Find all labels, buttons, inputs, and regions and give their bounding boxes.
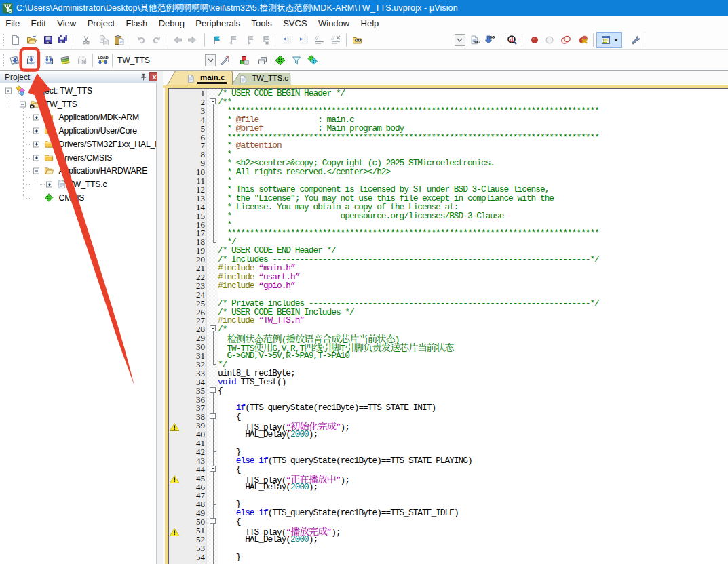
fold-collapse-icon[interactable] — [210, 518, 216, 524]
comment-selection-button[interactable]: // — [311, 32, 328, 48]
bookmark-clear-icon — [260, 35, 271, 45]
tree-item-drivers-cmsis[interactable]: Drivers/CMSIS — [0, 151, 156, 165]
target-select-value[interactable]: TW_TTS — [117, 50, 150, 70]
fold-collapse-icon[interactable] — [210, 98, 216, 104]
tree-item-application-user-core[interactable]: Application/User/Core — [0, 124, 156, 138]
copy-button[interactable] — [95, 32, 111, 48]
manage-rte-button[interactable] — [272, 52, 288, 68]
translate-icon — [9, 55, 20, 66]
expand-icon[interactable] — [46, 182, 52, 188]
incremental-find-button[interactable] — [481, 32, 497, 48]
menu-flash[interactable]: Flash — [120, 16, 153, 30]
cut-button[interactable] — [78, 32, 94, 48]
clear-bookmarks-button[interactable] — [257, 32, 273, 48]
tree-item-tw-tts[interactable]: TW_TTS — [0, 98, 156, 111]
pin-icon[interactable] — [139, 73, 148, 81]
pack-installer-button[interactable] — [305, 52, 321, 68]
tab-main-c[interactable]: main.c — [200, 73, 225, 81]
nav-back-icon — [172, 35, 183, 45]
find-in-files-dialog-button[interactable] — [349, 32, 366, 48]
menu-debug[interactable]: Debug — [153, 16, 190, 30]
enable-breakpoint-button[interactable] — [541, 32, 558, 48]
build-button[interactable] — [23, 52, 39, 68]
menu-project[interactable]: Project — [81, 16, 120, 30]
menu-peripherals[interactable]: Peripherals — [190, 16, 246, 30]
rte-icon — [275, 55, 286, 66]
menu-file[interactable]: File — [0, 16, 25, 30]
stop-build-button[interactable] — [74, 52, 90, 68]
menu-svcs[interactable]: SVCS — [277, 16, 313, 30]
target-select-dropdown[interactable] — [205, 54, 216, 66]
tree-item-application-mdk-arm[interactable]: Application/MDK-ARM — [0, 111, 156, 125]
menu-window[interactable]: Window — [313, 16, 356, 30]
toolbar-separator — [73, 33, 73, 47]
next-bookmark-button[interactable] — [242, 32, 258, 48]
find-text-dropdown[interactable] — [455, 34, 465, 46]
title-bar[interactable]: 5 C:\Users\Administrator\Desktop\其他范例啊啊啊… — [0, 0, 728, 16]
expand-icon[interactable] — [33, 141, 39, 147]
code-line-34: void TTS_Test() — [218, 378, 286, 386]
menu-view[interactable]: View — [52, 16, 81, 30]
fold-collapse-icon[interactable] — [210, 466, 216, 472]
unindent-button[interactable] — [279, 32, 295, 48]
debug-windows-button[interactable] — [596, 32, 622, 48]
insert-bookmark-button[interactable] — [208, 32, 225, 48]
indent-button[interactable] — [296, 32, 312, 48]
tree-item-cmsis[interactable]: CMSIS — [0, 191, 156, 205]
line-number: 13 — [196, 194, 205, 203]
uncomment-selection-button[interactable]: // — [328, 32, 344, 48]
save-all-button[interactable] — [55, 32, 71, 48]
toolbar-separator — [275, 33, 275, 47]
menu-edit[interactable]: Edit — [25, 16, 52, 30]
toolbar-separator — [522, 33, 522, 47]
open-file-button[interactable] — [24, 32, 40, 48]
tree-item-application-hardware[interactable]: Application/HARDWARE — [0, 165, 156, 178]
toolbar-grip[interactable] — [3, 54, 4, 66]
editor-fold-margin[interactable] — [207, 89, 218, 564]
expand-icon[interactable] — [33, 115, 39, 121]
manage-project-items-button[interactable] — [236, 52, 252, 68]
tree-item-drivers-stm32f1xx-hal-driv[interactable]: Drivers/STM32F1xx_HAL_Driv — [0, 138, 156, 151]
options-for-target-button[interactable] — [216, 52, 233, 68]
configure-button[interactable] — [628, 32, 644, 48]
lookup-symbol-button[interactable]: d — [504, 32, 520, 48]
toolbar-grip[interactable] — [3, 34, 4, 46]
tree-item-tw-tts-c[interactable]: TW_TTS.c — [0, 178, 156, 191]
paste-button[interactable] — [111, 32, 127, 48]
tree-item-project-tw-tts[interactable]: Project: TW_TTS — [0, 84, 156, 98]
insert-breakpoint-button[interactable] — [526, 32, 543, 48]
collapse-icon[interactable] — [5, 87, 12, 94]
translate-button[interactable] — [7, 52, 23, 68]
save-button[interactable] — [40, 32, 56, 48]
redo-button[interactable] — [149, 32, 165, 48]
navigate-forward-button[interactable] — [184, 32, 200, 48]
rebuild-button[interactable] — [41, 52, 57, 68]
collapse-icon[interactable] — [20, 101, 26, 107]
expand-icon[interactable] — [33, 155, 39, 161]
build-icon — [26, 55, 37, 66]
select-software-packs-button[interactable] — [288, 52, 305, 68]
tree-item-label: CMSIS — [59, 193, 85, 203]
new-file-button[interactable] — [7, 32, 24, 48]
navigate-back-button[interactable] — [170, 32, 186, 48]
collapse-icon[interactable] — [33, 168, 39, 174]
batch-build-button[interactable] — [57, 52, 73, 68]
panel-splitter[interactable] — [157, 70, 163, 564]
tab-tw-tts-c[interactable]: TW_TTS.c — [252, 74, 288, 82]
menu-bar: FileEditViewProjectFlashDebugPeripherals… — [0, 16, 728, 30]
menu-tools[interactable]: Tools — [246, 16, 277, 30]
undo-button[interactable] — [133, 32, 149, 48]
find-in-files-button[interactable] — [467, 32, 483, 48]
menu-help[interactable]: Help — [355, 16, 384, 30]
line-number: 33 — [196, 369, 205, 378]
kill-all-breakpoints-button[interactable] — [575, 32, 592, 48]
code-editor[interactable]: /* USER CODE BEGIN Header *//** ********… — [218, 89, 728, 564]
fold-collapse-icon[interactable] — [210, 325, 216, 331]
previous-bookmark-button[interactable] — [225, 32, 241, 48]
expand-icon[interactable] — [33, 128, 39, 134]
fold-collapse-icon[interactable] — [210, 413, 216, 419]
fold-collapse-icon[interactable] — [210, 387, 216, 393]
file-extensions-button[interactable] — [254, 52, 271, 68]
disable-all-breakpoints-button[interactable] — [558, 32, 574, 48]
download-button[interactable]: LOAD — [95, 52, 111, 68]
